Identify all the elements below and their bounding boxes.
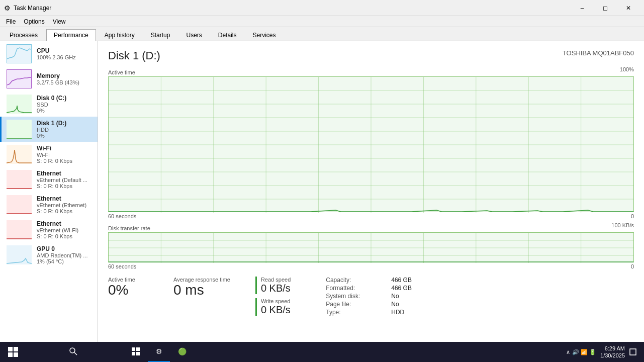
svg-rect-46 <box>136 347 140 351</box>
tab-processes[interactable]: Processes <box>2 29 45 41</box>
speeds-block: Read speed 0 KB/s Write speed 0 KB/s <box>255 277 291 317</box>
eth2-info: Ethernet vEthernet (Ethernet) S: 0 R: 0 … <box>37 195 93 214</box>
close-button[interactable]: ✕ <box>617 0 640 16</box>
eth1-label: Ethernet <box>37 170 93 177</box>
sidebar-item-gpu0[interactable]: GPU 0 AMD Radeon(TM) ... 1% (54 °C) <box>0 242 98 267</box>
minimize-button[interactable]: – <box>571 0 594 16</box>
memory-label: Memory <box>37 72 93 79</box>
sidebar-item-eth3[interactable]: Ethernet vEthernet (Wi-Fi) S: 0 R: 0 Kbp… <box>0 217 98 242</box>
taskbar-search[interactable] <box>23 342 124 362</box>
tab-users[interactable]: Users <box>178 29 209 41</box>
chart1-container <box>108 76 634 212</box>
prop-type-key: Type: <box>326 309 391 316</box>
tab-app-history[interactable]: App history <box>97 29 142 41</box>
gpu0-label: GPU 0 <box>37 245 93 252</box>
chart1-label: Active time <box>108 69 135 75</box>
eth1-name: vEthernet (Default ... <box>37 177 93 183</box>
main-content: CPU 100% 2.36 GHz Memory 3.2/7.5 GB (43%… <box>0 41 644 346</box>
tray-icons: 🔊 📶 🔋 <box>572 349 596 355</box>
tab-details[interactable]: Details <box>211 29 244 41</box>
eth3-speed: S: 0 R: 0 Kbps <box>37 233 93 239</box>
svg-rect-8 <box>7 245 32 264</box>
tray-caret[interactable]: ∧ <box>566 349 570 355</box>
taskbar-clock[interactable]: 6:29 AM 1/30/2025 <box>600 345 625 359</box>
active-time-value: 0% <box>108 283 158 298</box>
tab-services[interactable]: Services <box>245 29 284 41</box>
read-speed-label: Read speed <box>261 277 291 283</box>
eth2-label: Ethernet <box>37 195 93 202</box>
chart2-zero: 0 <box>631 263 634 269</box>
svg-point-43 <box>70 348 75 353</box>
sidebar-item-disk0[interactable]: Disk 0 (C:) SSD 0% <box>0 92 98 117</box>
disk1-thumbnail <box>7 120 32 139</box>
prop-capacity-val: 466 GB <box>391 277 412 284</box>
prop-type: Type: HDD <box>326 309 412 316</box>
gpu0-info: GPU 0 AMD Radeon(TM) ... 1% (54 °C) <box>37 245 93 264</box>
prop-formatted-val: 466 GB <box>391 285 412 292</box>
svg-rect-39 <box>8 347 13 351</box>
taskbar: ⚙ 🟢 ∧ 🔊 📶 🔋 6:29 AM 1/30/2025 <box>0 342 644 362</box>
svg-rect-40 <box>14 347 18 351</box>
chart1-label-row: Active time 100% <box>108 66 634 75</box>
wifi-speed: S: 0 R: 0 Kbps <box>37 158 93 164</box>
taskbar-opensooq[interactable]: 🟢 <box>171 342 193 362</box>
detail-title: Disk 1 (D:) <box>108 49 160 62</box>
tab-performance[interactable]: Performance <box>46 29 96 41</box>
sidebar-item-wifi[interactable]: Wi-Fi Wi-Fi S: 0 R: 0 Kbps <box>0 142 98 167</box>
restore-button[interactable]: ◻ <box>594 0 617 16</box>
menu-view[interactable]: View <box>49 17 70 26</box>
eth3-thumbnail <box>7 220 32 239</box>
prop-type-val: HDD <box>391 309 404 316</box>
prop-capacity: Capacity: 466 GB <box>326 277 412 284</box>
chart2-svg <box>109 233 633 263</box>
app-icon: ⚙ <box>4 4 11 12</box>
sidebar-item-eth1[interactable]: Ethernet vEthernet (Default ... S: 0 R: … <box>0 167 98 192</box>
eth1-info: Ethernet vEthernet (Default ... S: 0 R: … <box>37 170 93 189</box>
window-controls: – ◻ ✕ <box>571 0 640 16</box>
disk1-info: Disk 1 (D:) HDD 0% <box>37 120 93 139</box>
eth3-info: Ethernet vEthernet (Wi-Fi) S: 0 R: 0 Kbp… <box>37 220 93 239</box>
gpu0-thumbnail <box>7 245 32 264</box>
cpu-info: CPU 100% 2.36 GHz <box>37 47 93 60</box>
tab-startup[interactable]: Startup <box>143 29 178 41</box>
sidebar-item-memory[interactable]: Memory 3.2/7.5 GB (43%) <box>0 66 98 92</box>
svg-rect-4 <box>7 145 32 164</box>
notification-button[interactable] <box>625 342 641 362</box>
svg-rect-6 <box>7 195 32 214</box>
disk1-usage: 0% <box>37 133 93 139</box>
detail-header: Disk 1 (D:) TOSHIBA MQ01ABF050 <box>108 49 634 62</box>
detail-model: TOSHIBA MQ01ABF050 <box>563 49 634 57</box>
svg-rect-42 <box>14 352 18 357</box>
menu-file[interactable]: File <box>2 17 20 26</box>
sidebar-item-disk1[interactable]: Disk 1 (D:) HDD 0% <box>0 117 98 142</box>
wifi-name: Wi-Fi <box>37 152 93 158</box>
start-button[interactable] <box>3 342 23 362</box>
wifi-info: Wi-Fi Wi-Fi S: 0 R: 0 Kbps <box>37 145 93 164</box>
gpu0-usage: 1% (54 °C) <box>37 258 93 264</box>
taskbar-time-display: 6:29 AM <box>600 345 625 352</box>
disk0-type: SSD <box>37 102 93 108</box>
sidebar-item-cpu[interactable]: CPU 100% 2.36 GHz <box>0 41 98 66</box>
eth1-thumbnail <box>7 170 32 189</box>
svg-line-44 <box>74 352 77 355</box>
disk1-label: Disk 1 (D:) <box>37 120 93 127</box>
taskbar-date-display: 1/30/2025 <box>600 352 625 359</box>
taskbar-taskmgr[interactable]: ⚙ <box>148 342 170 362</box>
sidebar-item-eth2[interactable]: Ethernet vEthernet (Ethernet) S: 0 R: 0 … <box>0 192 98 217</box>
response-time-block: Average response time 0 ms <box>173 277 230 317</box>
write-speed-block: Write speed 0 KB/s <box>255 298 291 316</box>
disk0-label: Disk 0 (C:) <box>37 95 93 102</box>
prop-system-disk: System disk: No <box>326 293 412 300</box>
prop-capacity-key: Capacity: <box>326 277 391 284</box>
menu-options[interactable]: Options <box>20 17 48 26</box>
svg-rect-2 <box>7 95 32 114</box>
svg-rect-3 <box>7 120 32 139</box>
prop-system-disk-val: No <box>391 293 399 300</box>
svg-rect-48 <box>136 352 140 355</box>
memory-info: Memory 3.2/7.5 GB (43%) <box>37 72 93 85</box>
wifi-thumbnail <box>7 145 32 164</box>
wifi-label: Wi-Fi <box>37 145 93 152</box>
taskbar-taskview[interactable] <box>125 342 147 362</box>
eth1-speed: S: 0 R: 0 Kbps <box>37 183 93 189</box>
chart1-zero: 0 <box>631 213 634 219</box>
